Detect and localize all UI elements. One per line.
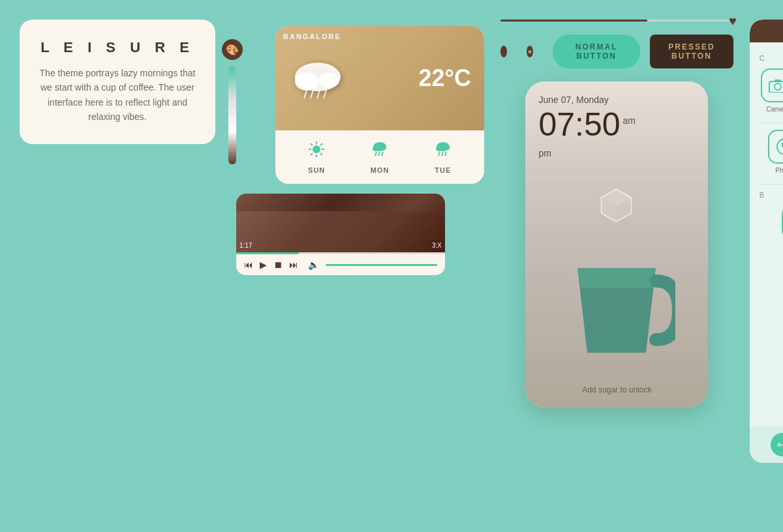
apps-grid-c: Camera	[760, 68, 783, 113]
music-controls: ⏮ ▶ ⏹ ⏭ 🔈	[236, 254, 445, 275]
app-camera[interactable]: Camera	[760, 68, 783, 113]
color-palette-section: 🎨	[222, 26, 243, 164]
svg-point-33	[775, 83, 781, 90]
weather-cloud-icon	[288, 54, 347, 102]
weather-days: SUN MON	[275, 130, 484, 184]
music-progress-bar[interactable]	[236, 252, 445, 254]
svg-line-4	[311, 90, 313, 98]
music-time-total: 3:X	[432, 242, 442, 249]
slider-thumb-right[interactable]: ♥	[527, 46, 533, 57]
color-slider-vertical[interactable]	[228, 66, 236, 164]
weather-day-mon: MON	[371, 140, 390, 174]
sort-az-label: A-Z	[777, 441, 783, 448]
phone-date: June 07, Monday	[538, 95, 635, 105]
weather-card: BANGALORE 2	[275, 26, 484, 184]
svg-point-2	[318, 72, 339, 88]
drawer-footer: A-Z ▶ ≡ ▶▶	[750, 426, 783, 463]
phone-time: 07:50 ampm	[538, 108, 635, 173]
camera-icon	[761, 68, 783, 102]
section-c-label: C	[760, 54, 783, 62]
slider-thumb-left[interactable]	[500, 46, 507, 57]
sun-icon	[307, 140, 326, 162]
phone-background: June 07, Monday 07:50 ampm	[525, 81, 708, 407]
svg-point-18	[381, 146, 386, 150]
app-mail[interactable]: Mail	[760, 205, 783, 250]
svg-point-24	[444, 146, 450, 150]
svg-rect-34	[775, 80, 781, 82]
svg-line-19	[375, 152, 376, 156]
rewind-button[interactable]: ⏮	[244, 259, 253, 270]
middle-column: ♥ ♥ NORMAL BUTTON PRESSED BUTTON June 0	[497, 20, 737, 512]
weather-image: BANGALORE 2	[275, 26, 484, 130]
cloud-rain-icon	[434, 140, 452, 162]
leisure-title: L E I S U R E	[36, 39, 199, 56]
svg-line-13	[320, 153, 322, 155]
svg-line-21	[382, 152, 383, 156]
divider-1	[760, 123, 783, 123]
svg-line-3	[304, 90, 307, 98]
pressed-button[interactable]: PRESSED BUTTON	[650, 35, 733, 68]
svg-point-7	[313, 145, 320, 153]
svg-line-27	[445, 152, 446, 156]
weather-day-tue: TUE	[434, 140, 452, 174]
drawer-body: C Camera	[750, 42, 783, 426]
bottom-slider-row: ♥ NORMAL BUTTON PRESSED BUTTON	[500, 35, 733, 68]
left-column: L E I S U R E The theme portrays lazy mo…	[20, 20, 215, 512]
app-phone-label: Phone	[775, 167, 783, 174]
apps-grid-row2: Phone Clock	[760, 130, 783, 174]
app-camera-label: Camera	[766, 106, 783, 113]
section-b-label: B	[760, 191, 783, 199]
svg-line-14	[320, 143, 322, 145]
top-slider-fill	[500, 20, 647, 22]
music-progress-fill	[236, 252, 299, 254]
leisure-card: L E I S U R E The theme portrays lazy mo…	[20, 20, 215, 144]
app-phone[interactable]: Phone	[760, 130, 783, 174]
day-label-mon: MON	[371, 166, 390, 174]
music-time-current: 1:17	[239, 242, 252, 249]
svg-point-17	[373, 146, 379, 151]
svg-point-23	[436, 146, 442, 151]
main-container: L E I S U R E The theme portrays lazy mo…	[0, 0, 783, 532]
weather-day-sun: SUN	[307, 140, 326, 174]
day-label-tue: TUE	[435, 166, 451, 174]
leisure-description: The theme portrays lazy mornings that we…	[36, 66, 199, 125]
sort-az-button[interactable]: A-Z	[771, 433, 783, 456]
app-drawer: C Camera	[750, 20, 783, 463]
right-column: C Camera	[750, 20, 783, 512]
phone-time-area: June 07, Monday 07:50 ampm	[525, 81, 648, 180]
svg-point-1	[295, 72, 318, 91]
play-button[interactable]: ▶	[260, 259, 267, 270]
music-thumbnail: 1:17 3:X	[236, 194, 445, 252]
phone-icon	[768, 130, 783, 164]
phone-unlock-text: Add sugar to unlock	[582, 385, 651, 394]
coffee-cup-icon	[558, 255, 675, 366]
cube-container	[599, 186, 635, 224]
drawer-header	[750, 20, 783, 42]
svg-line-20	[378, 152, 380, 156]
fast-forward-button[interactable]: ⏭	[289, 259, 298, 270]
heart-icon: ♥	[729, 13, 737, 28]
top-slider-track[interactable]: ♥	[500, 20, 733, 22]
svg-line-6	[324, 90, 326, 98]
phone-mockup: June 07, Monday 07:50 ampm	[525, 81, 708, 407]
phone-time-digits: 07:50	[538, 106, 620, 143]
svg-line-15	[311, 153, 313, 155]
svg-line-26	[442, 152, 443, 156]
stop-button[interactable]: ⏹	[273, 259, 283, 270]
rain-icon	[371, 140, 389, 162]
music-player: 1:17 3:X ⏮ ▶ ⏹ ⏭ 🔈	[236, 194, 445, 275]
normal-button[interactable]: NORMAL BUTTON	[553, 35, 640, 68]
cube-icon	[599, 186, 635, 222]
weather-city: BANGALORE	[283, 33, 341, 40]
volume-bar[interactable]	[326, 264, 437, 266]
weather-temperature: 22°C	[419, 65, 471, 92]
volume-button[interactable]: 🔈	[308, 259, 319, 270]
svg-line-12	[311, 143, 313, 145]
apps-grid-b: Mail Messaging	[760, 205, 783, 250]
top-slider-row: ♥	[500, 20, 733, 22]
divider-2	[760, 184, 783, 185]
cup-container	[558, 255, 675, 368]
day-label-sun: SUN	[308, 166, 325, 174]
svg-line-25	[438, 152, 440, 156]
palette-icon[interactable]: 🎨	[222, 39, 243, 60]
